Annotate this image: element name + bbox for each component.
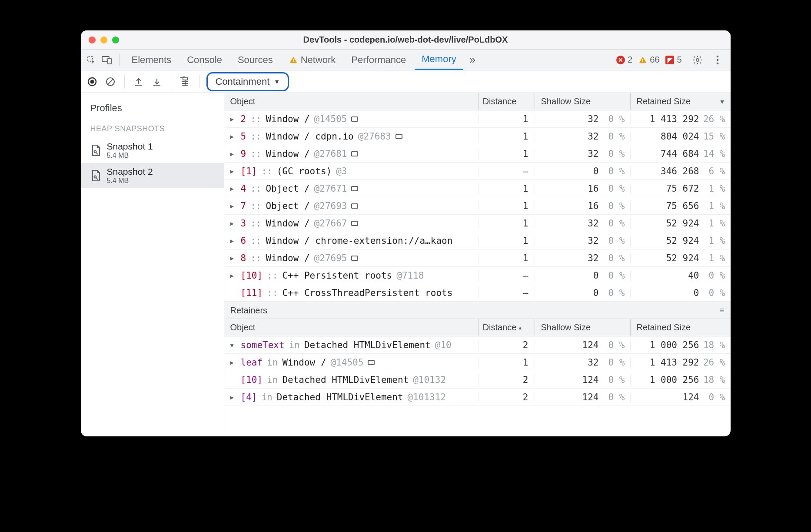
object-cell: ▶ [4] in Detached HTMLDivElement @101312 [224, 392, 479, 402]
disclosure-triangle-icon[interactable]: ▶ [230, 220, 236, 227]
heap-row[interactable]: ▶ 8 :: Window / @27695 1 320 % 52 9241 % [224, 249, 731, 267]
retained-cell: 1 000 25618 % [631, 340, 731, 350]
disclosure-triangle-icon[interactable]: ▶ [230, 185, 236, 192]
disclosure-triangle-icon[interactable]: ▼ [230, 342, 236, 349]
col-header-object-r[interactable]: Object [224, 319, 479, 336]
save-profile-icon[interactable] [150, 75, 164, 89]
record-icon[interactable] [85, 75, 99, 89]
tab-network[interactable]: Network [282, 50, 343, 70]
retainers-header: Retainers ≡ [224, 302, 731, 319]
issues-badge[interactable]: ◤ 5 [665, 55, 681, 65]
perspective-label: Containment [216, 76, 270, 87]
titlebar: DevTools - codepen.io/web-dot-dev/live/P… [81, 30, 731, 50]
heap-row[interactable]: ▶ 5 :: Window / cdpn.io @27683 1 320 % 8… [224, 128, 731, 145]
tab-elements[interactable]: Elements [125, 50, 179, 70]
frame-icon [351, 151, 358, 156]
heap-row[interactable]: ▶ [10] :: C++ Persistent roots @7118– 00… [224, 267, 731, 284]
load-profile-icon[interactable] [132, 75, 146, 89]
col-header-shallow-r[interactable]: Shallow Size [535, 319, 631, 336]
heap-row[interactable]: ▶ [1] :: (GC roots) @3– 00 % 346 2686 % [224, 163, 731, 180]
shallow-cell: 1240 % [535, 375, 631, 385]
heap-row[interactable]: ▶ 2 :: Window / @14505 1 320 % 1 413 292… [224, 110, 731, 128]
retained-cell: 1 413 29226 % [631, 114, 731, 124]
retained-cell: 00 % [631, 288, 731, 298]
heap-table-header: Object Distance Shallow Size Retained Si… [224, 93, 731, 110]
minimize-window-button[interactable] [100, 37, 107, 43]
window-title: DevTools - codepen.io/web-dot-dev/live/P… [81, 35, 731, 45]
shallow-cell: 00 % [535, 270, 631, 281]
retainers-menu-icon[interactable]: ≡ [720, 306, 725, 315]
snapshot-item[interactable]: Snapshot 1 5.4 MB [81, 138, 224, 163]
tab-performance[interactable]: Performance [344, 50, 413, 70]
errors-badge[interactable]: ✕ 2 [616, 55, 632, 65]
clear-icon[interactable] [103, 75, 117, 89]
svg-point-7 [696, 59, 699, 61]
col-header-retained-r[interactable]: Retained Size [631, 319, 731, 336]
retainer-row[interactable]: ▼ someText in Detached HTMLDivElement @1… [224, 336, 731, 354]
memory-toolbar: Containment ▼ [81, 70, 731, 93]
status-area: ✕ 2 66 ◤ 5 [616, 53, 727, 67]
warnings-badge[interactable]: 66 [638, 55, 659, 65]
heap-row[interactable]: ▶ 9 :: Window / @27681 1 320 % 744 68414… [224, 145, 731, 163]
disclosure-triangle-icon[interactable]: ▶ [230, 168, 236, 175]
retainers-table-header: Object Distance Shallow Size Retained Si… [224, 319, 731, 336]
col-header-distance-r[interactable]: Distance [479, 319, 535, 336]
object-cell: ▶ 7 :: Object / @27693 [224, 201, 479, 211]
retained-cell: 744 68414 % [631, 149, 731, 159]
tab-memory[interactable]: Memory [415, 50, 463, 70]
kebab-menu-icon[interactable] [711, 53, 725, 67]
disclosure-triangle-icon[interactable]: ▶ [230, 133, 236, 140]
close-window-button[interactable] [89, 37, 96, 43]
shallow-cell: 320 % [535, 149, 631, 159]
retainer-row[interactable]: [10] in Detached HTMLDivElement @101322 … [224, 371, 731, 389]
col-header-distance[interactable]: Distance [479, 93, 535, 110]
object-cell: ▶ 9 :: Window / @27681 [224, 149, 479, 159]
disclosure-triangle-icon[interactable]: ▶ [230, 272, 236, 279]
perspective-select[interactable]: Containment ▼ [206, 72, 289, 91]
svg-point-10 [716, 62, 718, 64]
heap-row[interactable]: ▶ 7 :: Object / @27693 1 160 % 75 6561 % [224, 197, 731, 215]
tab-console[interactable]: Console [180, 50, 229, 70]
disclosure-triangle-icon[interactable]: ▶ [230, 150, 236, 157]
disclosure-triangle-icon[interactable]: ▶ [230, 359, 236, 366]
col-header-retained[interactable]: Retained Size ▼ [631, 93, 731, 110]
disclosure-triangle-icon[interactable] [230, 289, 236, 296]
col-header-shallow[interactable]: Shallow Size [535, 93, 631, 110]
snapshot-item[interactable]: Snapshot 2 5.4 MB [81, 163, 224, 188]
disclosure-triangle-icon[interactable]: ▶ [230, 255, 236, 262]
zoom-window-button[interactable] [112, 37, 119, 43]
retainers-title: Retainers [230, 306, 268, 316]
devtools-window: DevTools - codepen.io/web-dot-dev/live/P… [81, 30, 731, 436]
disclosure-triangle-icon[interactable]: ▶ [230, 203, 236, 209]
heap-row[interactable]: ▶ 6 :: Window / chrome-extension://a…kao… [224, 232, 731, 249]
heap-row[interactable]: ▶ 3 :: Window / @27667 1 320 % 52 9241 % [224, 215, 731, 232]
retained-cell: 52 9241 % [631, 253, 731, 263]
object-cell: [10] in Detached HTMLDivElement @10132 [224, 375, 479, 385]
disclosure-triangle-icon[interactable]: ▶ [230, 394, 236, 401]
disclosure-triangle-icon[interactable]: ▶ [230, 237, 236, 244]
retained-cell: 400 % [631, 270, 731, 281]
frame-icon [351, 116, 358, 122]
frame-icon [351, 256, 358, 261]
object-cell: ▼ someText in Detached HTMLDivElement @1… [224, 340, 479, 350]
shallow-cell: 320 % [535, 218, 631, 229]
col-header-object[interactable]: Object [224, 93, 479, 110]
distance-cell: 1 [479, 218, 535, 229]
collect-garbage-icon[interactable] [178, 75, 192, 89]
settings-gear-icon[interactable] [691, 53, 705, 67]
snapshot-name: Snapshot 1 [107, 141, 153, 152]
distance-cell: 1 [479, 357, 535, 368]
distance-cell: – [479, 288, 535, 298]
svg-rect-3 [293, 59, 294, 60]
retainer-row[interactable]: ▶ leaf in Window / @14505 1 320 % 1 413 … [224, 354, 731, 371]
disclosure-triangle-icon[interactable]: ▶ [230, 116, 236, 123]
device-toolbar-icon[interactable] [100, 53, 114, 67]
distance-cell: 1 [479, 131, 535, 142]
disclosure-triangle-icon[interactable] [230, 376, 236, 383]
heap-row[interactable]: ▶ 4 :: Object / @27671 1 160 % 75 6721 % [224, 180, 731, 197]
more-tabs-button[interactable]: » [465, 53, 480, 66]
heap-row[interactable]: [11] :: C++ CrossThreadPersistent roots–… [224, 284, 731, 302]
retainer-row[interactable]: ▶ [4] in Detached HTMLDivElement @101312… [224, 389, 731, 406]
tab-sources[interactable]: Sources [231, 50, 280, 70]
inspect-element-icon[interactable] [84, 53, 98, 67]
